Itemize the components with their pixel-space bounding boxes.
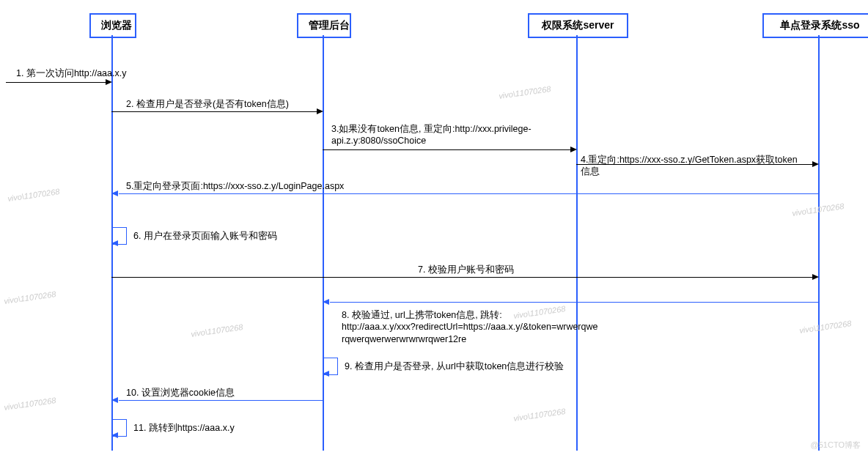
msg-6-arrow (111, 240, 118, 246)
msg-10-line (119, 400, 323, 401)
lifeline-backend (323, 35, 324, 451)
msg-9-arrow (323, 371, 329, 377)
watermark: vivo\11070268 (513, 407, 567, 423)
msg-5-arrow (111, 190, 118, 196)
participant-auth-label: 权限系统server (542, 19, 614, 31)
msg-4-label: 4.重定向:https://xxx-sso.z.y/GetToken.aspx获… (581, 154, 818, 178)
msg-11-arrow (111, 432, 118, 438)
msg-8-arrow (323, 299, 329, 305)
msg-3-line (323, 149, 570, 150)
participant-browser-label: 浏览器 (101, 19, 132, 31)
watermark: vivo\11070268 (4, 289, 57, 306)
msg-1-line (6, 82, 106, 83)
msg-4-arrow (812, 161, 819, 167)
msg-1-label: 1. 第一次访问http://aaa.x.y (16, 67, 126, 79)
lifeline-sso (818, 35, 820, 451)
participant-sso-label: 单点登录系统sso (780, 19, 859, 31)
msg-2-arrow (317, 108, 323, 114)
participant-sso: 单点登录系统sso (762, 13, 868, 38)
msg-11-label: 11. 跳转到https://aaa.x.y (133, 422, 235, 434)
msg-7-label: 7. 校验用户账号和密码 (418, 264, 514, 275)
participant-backend: 管理后台 (297, 13, 351, 38)
msg-7-line (111, 277, 812, 278)
footer-attribution: @51CTO博客 (811, 440, 861, 451)
participant-backend-label: 管理后台 (309, 19, 350, 31)
msg-4-line (576, 164, 812, 165)
watermark: vivo\11070268 (191, 322, 244, 339)
watermark: vivo\11070268 (7, 187, 61, 203)
watermark: vivo\11070268 (4, 396, 57, 412)
msg-10-arrow (111, 397, 118, 403)
msg-2-label: 2. 检查用户是否登录(是否有token信息) (126, 98, 289, 110)
msg-8-line (330, 302, 818, 303)
msg-8-label: 8. 校验通过, url上携带token信息, 跳转: http://aaa.x… (342, 309, 664, 345)
msg-9-label: 9. 检查用户是否登录, 从url中获取token信息进行校验 (345, 360, 564, 372)
watermark: vivo\11070268 (799, 319, 853, 335)
msg-3-label: 3.如果没有token信息, 重定向:http://xxx.privilege-… (331, 123, 573, 147)
msg-1-arrow (106, 79, 112, 85)
lifeline-auth (576, 35, 578, 451)
msg-10-label: 10. 设置浏览器cookie信息 (126, 387, 235, 399)
msg-5-line (119, 193, 818, 194)
msg-2-line (111, 111, 317, 112)
msg-7-arrow (812, 274, 819, 280)
participant-auth: 权限系统server (528, 13, 628, 38)
msg-6-label: 6. 用户在登录页面输入账号和密码 (133, 230, 277, 242)
participant-browser: 浏览器 (89, 13, 136, 38)
watermark: vivo\11070268 (499, 84, 552, 100)
msg-3-arrow (570, 147, 577, 152)
msg-5-label: 5.重定向登录页面:https://xxx-sso.z.y/LoginPage.… (126, 180, 344, 192)
